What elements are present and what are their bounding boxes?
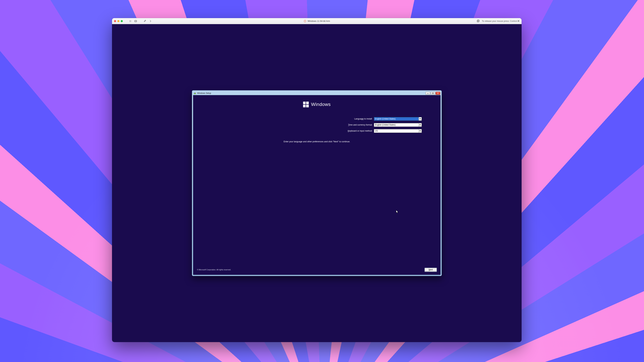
svg-rect-8 (432, 93, 434, 94)
close-dot-icon[interactable] (114, 20, 116, 22)
copyright-text: © Microsoft Corporation. All rights rese… (197, 269, 231, 271)
language-value: English (United States) (375, 118, 396, 120)
setup-app-icon (194, 92, 196, 94)
svg-point-2 (305, 21, 305, 21)
windowed-button[interactable] (476, 19, 480, 23)
next-button[interactable]: Next (425, 268, 437, 272)
keyboard-value: US (375, 130, 378, 132)
traffic-lights (114, 20, 123, 22)
setup-titlebar[interactable]: Windows Setup (193, 91, 440, 95)
drives-button[interactable] (134, 19, 138, 23)
minimize-dot-icon[interactable] (118, 20, 120, 22)
mouse-release-hint: To release your mouse press: Control-⌘ (482, 20, 520, 22)
language-combobox[interactable]: English (United States) (374, 117, 422, 121)
pause-button[interactable] (128, 19, 132, 23)
chevron-down-icon (418, 129, 422, 133)
language-label: Language to install: (212, 118, 372, 120)
svg-rect-6 (194, 92, 195, 93)
setup-minimize-button[interactable] (426, 92, 430, 95)
windows-logo-icon (303, 102, 309, 107)
setup-form: Language to install: English (United Sta… (212, 117, 422, 133)
svg-rect-5 (194, 93, 196, 94)
chevron-down-icon (418, 123, 422, 126)
keyboard-combobox[interactable]: US (374, 129, 422, 133)
host-title: Windows 11 64-bit Arm (304, 20, 330, 22)
setup-maximize-button[interactable] (430, 92, 435, 95)
forward-button[interactable] (148, 19, 152, 23)
guest-cursor-icon (396, 210, 398, 214)
host-titlebar: Windows 11 64-bit Arm To release your mo… (112, 18, 522, 24)
chevron-down-icon (418, 117, 422, 120)
vm-viewport[interactable]: Windows Setup (112, 24, 522, 342)
time-format-combobox[interactable]: English (United States) (374, 123, 422, 127)
windows-setup-window: Windows Setup (192, 90, 442, 276)
windows-brand: Windows (198, 102, 436, 107)
time-format-value: English (United States) (375, 124, 396, 126)
vm-host-window: Windows 11 64-bit Arm To release your mo… (112, 18, 522, 342)
zoom-dot-icon[interactable] (121, 20, 123, 22)
time-format-label: Time and currency format: (212, 124, 372, 126)
setup-body: Windows Language to install: English (Un… (193, 95, 440, 275)
setup-close-button[interactable] (436, 92, 440, 95)
keyboard-label: Keyboard or input method: (212, 130, 372, 132)
svg-rect-7 (195, 92, 196, 93)
setup-title-text: Windows Setup (197, 92, 211, 94)
tools-button[interactable] (143, 19, 147, 23)
setup-hint: Enter your language and other preference… (198, 140, 436, 143)
windows-wordmark: Windows (311, 102, 331, 107)
host-title-text: Windows 11 64-bit Arm (308, 20, 330, 22)
disc-icon (304, 20, 306, 22)
